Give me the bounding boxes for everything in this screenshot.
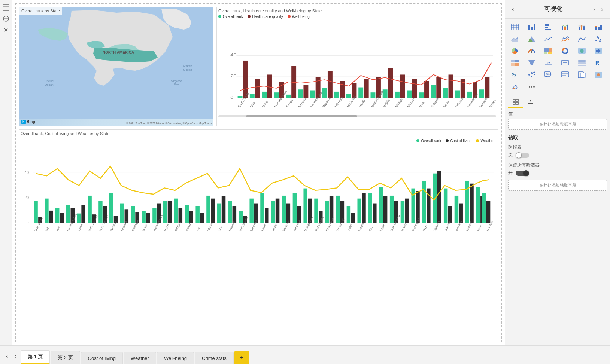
bottom-chart[interactable]: Overall rank, Cost of living and Weather… (19, 129, 498, 236)
top-chart-title: Overall rank, Health care quality and We… (218, 9, 496, 13)
svg-point-256 (600, 39, 601, 40)
svg-rect-70 (479, 89, 484, 98)
tab-build[interactable] (508, 97, 523, 108)
viz-icon-gauge[interactable] (525, 46, 538, 56)
svg-rect-144 (271, 201, 275, 223)
svg-rect-165 (383, 196, 387, 223)
viz-icon-funnel[interactable] (525, 58, 538, 68)
svg-rect-47 (340, 81, 345, 98)
svg-rect-272 (515, 63, 519, 66)
viz-icon-more[interactable] (525, 82, 538, 92)
svg-rect-140 (249, 199, 253, 223)
viz-icon-smart-narrative[interactable] (558, 70, 572, 80)
viz-icon-treemap[interactable] (541, 46, 555, 56)
keep-filters-toggle[interactable] (516, 171, 529, 176)
top-chart-scrollbar[interactable] (218, 115, 496, 117)
viz-icon-filled-map[interactable] (575, 46, 589, 56)
svg-rect-239 (545, 29, 551, 30)
tab-add-btn[interactable]: + (234, 351, 249, 364)
svg-text:Wyoming: Wyoming (322, 97, 332, 107)
svg-rect-118 (131, 206, 135, 223)
svg-rect-108 (77, 214, 81, 223)
toggle-on-label: 开 (508, 170, 513, 176)
viz-icon-area[interactable] (508, 34, 522, 44)
viz-icon-table[interactable] (508, 22, 522, 32)
panel-next-btn[interactable]: › (591, 5, 597, 13)
legend-overall: Overall rank (218, 15, 243, 19)
map-copyright: © 2021 TomTom, © 2021 Microsoft Corporat… (126, 122, 212, 125)
tab-page2[interactable]: 第 2 页 (51, 351, 80, 364)
viz-icon-ribbon[interactable] (575, 34, 589, 44)
top-bar-chart[interactable]: Overall rank, Health care quality and We… (216, 7, 498, 126)
viz-icon-paginated[interactable] (575, 70, 589, 80)
svg-rect-250 (600, 25, 602, 30)
svg-rect-71 (485, 77, 489, 98)
viz-icon-combo[interactable] (558, 22, 572, 32)
tab-next-btn[interactable]: › (12, 351, 19, 361)
svg-text:Missouri: Missouri (406, 98, 416, 108)
viz-icon-slicer[interactable] (575, 58, 589, 68)
svg-rect-143 (265, 208, 268, 223)
sidebar-icon-2[interactable] (1, 14, 10, 23)
viz-icon-line[interactable] (541, 34, 555, 44)
field-drop-zone[interactable]: 在此处添加数据字段 (508, 119, 607, 130)
svg-text:NORTH AMERICA: NORTH AMERICA (103, 51, 134, 55)
viz-icon-arrow-map[interactable] (592, 46, 605, 56)
svg-rect-40 (298, 89, 303, 98)
panel-prev-btn[interactable]: ‹ (510, 5, 516, 13)
svg-rect-129 (189, 211, 193, 223)
svg-rect-103 (49, 211, 53, 223)
top-chart-scrollbar-thumb[interactable] (246, 115, 357, 117)
viz-icon-python[interactable]: Py (508, 70, 522, 80)
viz-icon-r-visual[interactable]: R (592, 58, 605, 68)
svg-text:Ocean: Ocean (183, 68, 192, 71)
svg-rect-295 (561, 72, 569, 77)
tab-prev-btn[interactable]: ‹ (3, 351, 11, 361)
svg-rect-57 (400, 74, 405, 98)
svg-rect-54 (383, 89, 388, 98)
svg-point-304 (531, 86, 532, 88)
svg-point-254 (595, 40, 597, 41)
toggle-on-row: 开 (508, 170, 607, 176)
viz-icon-azure-map[interactable] (592, 70, 605, 80)
viz-icon-mountain[interactable] (525, 34, 538, 44)
svg-rect-60 (419, 92, 424, 98)
tab-well-being[interactable]: Well-being (157, 352, 194, 364)
viz-icon-paint[interactable] (508, 82, 522, 92)
viz-icon-kpi[interactable]: 123 (541, 58, 555, 68)
viz-icon-decomp-tree[interactable] (525, 70, 538, 80)
svg-rect-146 (282, 196, 286, 223)
svg-text:Texas: Texas (217, 225, 223, 231)
viz-icon-card[interactable] (558, 58, 572, 68)
viz-icon-matrix[interactable] (508, 58, 522, 68)
panel-close-btn[interactable]: › (599, 5, 606, 13)
svg-text:Maine: Maine (476, 224, 482, 231)
svg-rect-234 (528, 25, 530, 30)
svg-rect-0 (3, 4, 9, 10)
svg-rect-169 (405, 199, 409, 223)
viz-icon-bar[interactable] (525, 22, 538, 32)
top-chart-svg: 0 20 40 (218, 20, 496, 114)
sidebar-icon-1[interactable] (1, 3, 10, 12)
panel-tabs (508, 97, 607, 108)
tab-format[interactable] (523, 97, 538, 108)
map-container[interactable]: Overall rank by State (19, 7, 213, 126)
viz-icon-qa[interactable]: Q&A (541, 70, 555, 80)
viz-icon-scatter[interactable] (592, 34, 605, 44)
viz-icon-hbar[interactable] (541, 22, 555, 32)
tab-weather[interactable]: Weather (124, 352, 156, 364)
cross-report-toggle[interactable] (516, 153, 529, 158)
viz-icon-pie[interactable] (508, 46, 522, 56)
sidebar-icon-3[interactable] (1, 25, 10, 34)
viz-icon-stacked-bar[interactable] (592, 22, 605, 32)
viz-icon-donut[interactable] (558, 46, 572, 56)
tab-page1[interactable]: 第 1 页 (21, 350, 50, 364)
svg-rect-271 (511, 63, 515, 66)
drill-field-drop-zone[interactable]: 在此处添加钻取字段 (508, 180, 607, 191)
viz-icon-multiline[interactable] (558, 34, 572, 44)
svg-rect-163 (373, 204, 376, 223)
tab-crime-stats[interactable]: Crime stats (195, 352, 234, 364)
tab-cost-of-living[interactable]: Cost of living (81, 352, 123, 364)
svg-marker-293 (545, 76, 547, 77)
viz-icon-waterfall[interactable] (575, 22, 589, 32)
